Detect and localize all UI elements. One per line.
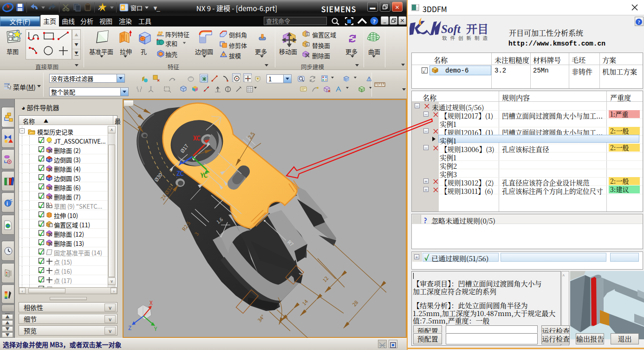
svg-text:?: ? <box>373 18 376 25</box>
svg-text:12: 12 <box>320 274 330 284</box>
svg-text:X: X <box>150 298 153 306</box>
svg-text:14: 14 <box>300 297 309 307</box>
svg-text:+: + <box>156 38 159 42</box>
svg-text:XC: XC <box>193 133 201 142</box>
svg-text:a: a <box>306 42 308 46</box>
svg-text:i: i <box>7 199 8 207</box>
svg-text:软件创新制造: 软件创新制造 <box>442 34 491 41</box>
svg-text:Soft: Soft <box>441 23 461 35</box>
svg-text:开目: 开目 <box>466 20 488 36</box>
svg-text:YC: YC <box>200 171 208 179</box>
svg-text:Z: Z <box>128 324 131 331</box>
svg-text:7: 7 <box>282 314 290 321</box>
svg-text:ZC: ZC <box>176 169 184 178</box>
svg-text:2.5: 2.5 <box>246 130 256 140</box>
svg-text:34°: 34° <box>255 313 266 324</box>
svg-text:28: 28 <box>350 298 359 308</box>
svg-text:Y: Y <box>154 324 157 332</box>
svg-text:?: ? <box>637 19 640 25</box>
